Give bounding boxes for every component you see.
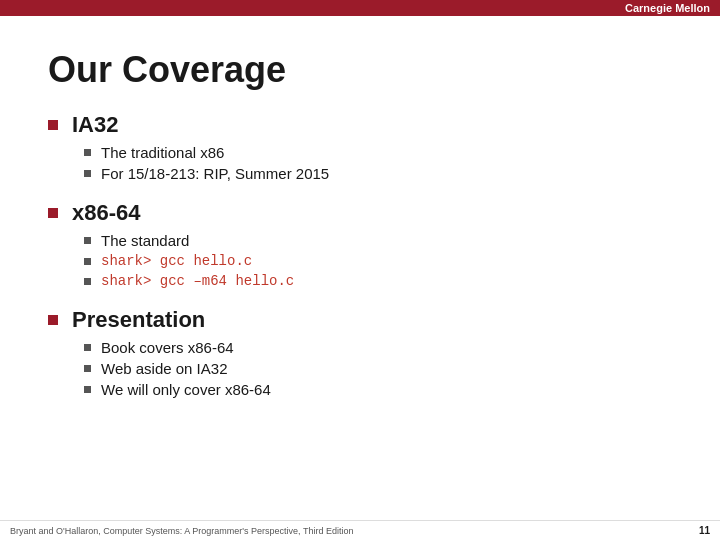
bottom-citation: Bryant and O'Hallaron, Computer Systems:… (10, 526, 353, 536)
section-presentation: PresentationBook covers x86-64Web aside … (48, 307, 672, 398)
top-bar: Carnegie Mellon (0, 0, 720, 16)
section-heading-text: x86-64 (72, 200, 141, 226)
bottom-bar: Bryant and O'Hallaron, Computer Systems:… (0, 520, 720, 540)
sub-bullet-icon (84, 149, 91, 156)
list-item-text: shark> gcc hello.c (101, 253, 252, 269)
bullet-square-icon (48, 208, 58, 218)
sub-list-presentation: Book covers x86-64Web aside on IA32We wi… (48, 339, 672, 398)
list-item: shark> gcc hello.c (84, 253, 672, 269)
sub-bullet-icon (84, 170, 91, 177)
list-item: We will only cover x86-64 (84, 381, 672, 398)
institution-label: Carnegie Mellon (625, 2, 710, 14)
list-item: For 15/18-213: RIP, Summer 2015 (84, 165, 672, 182)
list-item-text: The standard (101, 232, 189, 249)
section-heading-text: Presentation (72, 307, 205, 333)
list-item-text: Book covers x86-64 (101, 339, 234, 356)
main-content: Our Coverage IA32The traditional x86For … (0, 22, 720, 446)
sub-list-ia32: The traditional x86For 15/18-213: RIP, S… (48, 144, 672, 182)
sub-bullet-icon (84, 365, 91, 372)
sub-list-x86-64: The standardshark> gcc hello.cshark> gcc… (48, 232, 672, 289)
section-heading-text: IA32 (72, 112, 118, 138)
sub-bullet-icon (84, 386, 91, 393)
section-heading-ia32: IA32 (48, 112, 672, 138)
sections-container: IA32The traditional x86For 15/18-213: RI… (48, 112, 672, 398)
list-item-text: shark> gcc –m64 hello.c (101, 273, 294, 289)
sub-bullet-icon (84, 344, 91, 351)
bullet-square-icon (48, 315, 58, 325)
list-item-text: For 15/18-213: RIP, Summer 2015 (101, 165, 329, 182)
list-item-text: Web aside on IA32 (101, 360, 227, 377)
sub-bullet-icon (84, 278, 91, 285)
list-item-text: The traditional x86 (101, 144, 224, 161)
list-item: The traditional x86 (84, 144, 672, 161)
sub-bullet-icon (84, 258, 91, 265)
bullet-square-icon (48, 120, 58, 130)
section-heading-x86-64: x86-64 (48, 200, 672, 226)
list-item: The standard (84, 232, 672, 249)
section-heading-presentation: Presentation (48, 307, 672, 333)
list-item: Book covers x86-64 (84, 339, 672, 356)
section-x86-64: x86-64The standardshark> gcc hello.cshar… (48, 200, 672, 289)
list-item: Web aside on IA32 (84, 360, 672, 377)
sub-bullet-icon (84, 237, 91, 244)
page-number: 11 (699, 525, 710, 536)
list-item: shark> gcc –m64 hello.c (84, 273, 672, 289)
list-item-text: We will only cover x86-64 (101, 381, 271, 398)
section-ia32: IA32The traditional x86For 15/18-213: RI… (48, 112, 672, 182)
page-title: Our Coverage (48, 50, 672, 90)
